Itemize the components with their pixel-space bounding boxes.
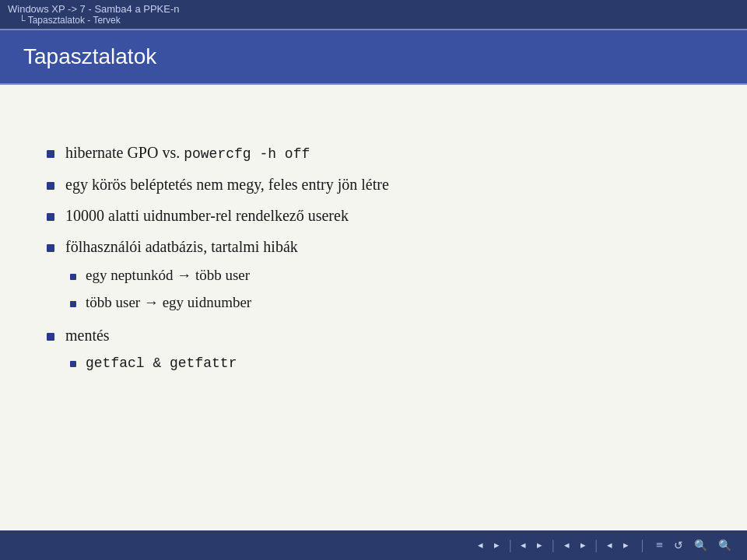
list-item: egy neptunkód → több user [70,263,251,288]
list-item: egy körös beléptetés nem megy, feles ent… [47,171,700,198]
list-item: mentés getfacl & getfattr [47,322,700,378]
bullet-icon [47,182,54,190]
sub-list: egy neptunkód → több user több user → eg… [70,263,251,318]
list-item: hibernate GPO vs. powercfg -h off [47,139,700,166]
nav-zoom-out-btn[interactable]: 🔍 [691,537,710,554]
nav-prev-item-btn[interactable]: ◂ [561,537,573,553]
subitem-text: egy neptunkód → több user [86,263,250,288]
main-content: hibernate GPO vs. powercfg -h off egy kö… [0,108,747,414]
item2-text: egy körös beléptetés nem megy, feles ent… [65,171,700,198]
item4-text: fölhasználói adatbázis, tartalmi hibák [65,233,700,260]
nav-sep1: | [509,538,511,552]
nav-next-section-btn[interactable]: ▸ [534,537,545,553]
item3-text: 10000 alatti uidnumber-rel rendelkező us… [65,202,700,229]
top-navigation: Windows XP -> 7 - Samba4 a PPKE-n Tapasz… [0,0,747,29]
list-item: getfacl & getfattr [70,352,237,376]
nav-return-btn[interactable]: ↺ [671,537,686,554]
sub-list: getfacl & getfattr [70,352,237,378]
page-title: Tapasztalatok [23,44,724,69]
bullet-icon [47,333,54,341]
nav-sub-label: Tapasztalatok - Tervek [8,15,739,26]
list-item: 10000 alatti uidnumber-rel rendelkező us… [47,202,700,229]
main-bullet-list: hibernate GPO vs. powercfg -h off egy kö… [47,139,700,378]
nav-sep3: | [595,538,598,552]
nav-back-btn[interactable]: ▸ [491,537,503,553]
nav-zoom-in-btn[interactable]: 🔍 [715,537,735,554]
nav-main-label: Windows XP -> 7 - Samba4 a PPKE-n [8,3,739,15]
list-item: fölhasználói adatbázis, tartalmi hibák e… [47,233,700,318]
item1-text: hibernate GPO vs. powercfg -h off [65,139,700,166]
nav-menu-btn[interactable]: ≡ [653,537,666,554]
nav-prev-section-btn[interactable]: ◂ [517,537,529,553]
bottom-navigation: ◂ ▸ | ◂ ▸ | ◂ ▸ | ◂ ▸ | ≡ ↺ 🔍 🔍 [0,530,747,560]
nav-next-sub-btn[interactable]: ▸ [620,537,632,553]
nav-sep2: | [552,538,554,552]
list-item: több user → egy uidnumber [70,290,251,315]
bullet-icon-sm [70,361,76,367]
nav-next-item-btn[interactable]: ▸ [577,537,589,553]
item5-text: mentés [65,322,700,348]
bullet-icon-sm [70,301,76,307]
item1-code: powercfg -h off [184,146,310,162]
subitem-code: getfacl & getfattr [86,352,237,376]
nav-prev-sub-btn[interactable]: ◂ [604,537,615,553]
bullet-icon-sm [70,274,76,280]
bullet-icon [47,213,54,221]
bullet-icon [47,150,54,158]
section-header: Tapasztalatok [0,30,747,83]
nav-sep4: | [641,538,644,552]
bullet-icon [47,244,54,252]
nav-first-back-btn[interactable]: ◂ [475,537,486,553]
header-separator [0,83,747,85]
subitem-text: több user → egy uidnumber [86,290,251,315]
